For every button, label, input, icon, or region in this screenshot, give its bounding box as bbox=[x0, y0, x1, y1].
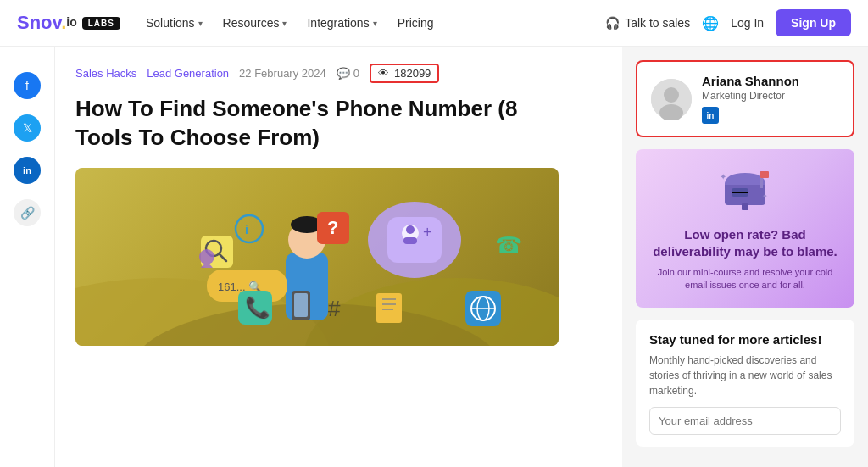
signup-button[interactable]: Sign Up bbox=[776, 9, 851, 36]
labs-badge: LABS bbox=[82, 17, 120, 30]
svg-text:✦: ✦ bbox=[720, 172, 726, 181]
ad-title: Low open rate? Bad deliverability may be… bbox=[649, 226, 841, 259]
svg-text:#: # bbox=[328, 296, 341, 321]
author-card: Ariana Shannon Marketing Director in bbox=[636, 60, 854, 137]
chevron-down-icon: ▾ bbox=[282, 19, 287, 28]
right-sidebar: Ariana Shannon Marketing Director in bbox=[622, 47, 868, 467]
twitter-share-button[interactable]: 𝕏 bbox=[14, 114, 41, 142]
facebook-share-button[interactable]: f bbox=[14, 72, 41, 99]
chevron-down-icon: ▾ bbox=[373, 19, 377, 28]
views-count: 182099 bbox=[394, 67, 431, 80]
newsletter-description: Monthly hand-picked discoveries and stor… bbox=[649, 353, 841, 398]
svg-rect-43 bbox=[732, 192, 748, 193]
newsletter-title: Stay tuned for more articles! bbox=[649, 331, 841, 348]
author-name: Ariana Shannon bbox=[702, 74, 839, 88]
linkedin-share-button[interactable]: in bbox=[14, 157, 41, 184]
nav-solutions[interactable]: Solutions ▾ bbox=[137, 11, 211, 35]
author-info: Ariana Shannon Marketing Director in bbox=[702, 74, 839, 124]
logo-text: Snov.io bbox=[17, 12, 77, 34]
svg-rect-12 bbox=[403, 237, 417, 244]
logo[interactable]: Snov.io LABS bbox=[17, 12, 120, 34]
linkedin-icon[interactable]: in bbox=[702, 107, 719, 124]
svg-text:?: ? bbox=[327, 217, 338, 238]
nav-resources[interactable]: Resources ▾ bbox=[214, 11, 296, 35]
eye-icon: 👁 bbox=[378, 67, 389, 80]
nav-links: Solutions ▾ Resources ▾ Integrations ▾ P… bbox=[137, 11, 442, 35]
globe-icon[interactable]: 🌐 bbox=[702, 15, 719, 31]
ad-banner[interactable]: ✦ ✦ Low open rate? Bad deliverability ma… bbox=[636, 149, 854, 308]
svg-text:i: i bbox=[245, 223, 248, 236]
svg-point-21 bbox=[236, 215, 263, 242]
author-role: Marketing Director bbox=[702, 90, 839, 102]
avatar bbox=[651, 79, 692, 120]
comments-count: 💬 0 bbox=[337, 67, 359, 80]
navbar: Snov.io LABS Solutions ▾ Resources ▾ Int… bbox=[0, 0, 868, 47]
tag-sales-hacks[interactable]: Sales Hacks bbox=[75, 67, 136, 80]
page-body: f 𝕏 in 🔗 Sales Hacks Lead Generation 22 … bbox=[0, 47, 868, 467]
login-button[interactable]: Log In bbox=[731, 16, 764, 30]
views-box: 👁 182099 bbox=[370, 64, 439, 83]
svg-rect-44 bbox=[742, 203, 748, 210]
mailbox-icon: ✦ ✦ bbox=[649, 164, 841, 220]
copy-link-button[interactable]: 🔗 bbox=[14, 199, 41, 226]
article-hero-image: + 161... 🔍 ? i 📞 bbox=[75, 168, 559, 346]
svg-rect-7 bbox=[294, 293, 308, 317]
article-meta: Sales Hacks Lead Generation 22 February … bbox=[75, 64, 602, 83]
talk-sales-link[interactable]: 🎧 Talk to sales bbox=[605, 16, 690, 30]
svg-text:📞: 📞 bbox=[245, 295, 270, 320]
svg-point-11 bbox=[406, 225, 415, 234]
social-sidebar: f 𝕏 in 🔗 bbox=[0, 47, 55, 467]
newsletter-card: Stay tuned for more articles! Monthly ha… bbox=[636, 320, 854, 448]
svg-text:☎: ☎ bbox=[495, 232, 522, 258]
email-input[interactable] bbox=[649, 407, 841, 435]
comment-icon: 💬 bbox=[337, 67, 350, 80]
svg-text:+: + bbox=[423, 224, 432, 241]
nav-integrations[interactable]: Integrations ▾ bbox=[298, 11, 385, 35]
svg-rect-41 bbox=[760, 171, 769, 178]
svg-text:✦: ✦ bbox=[762, 192, 768, 200]
svg-point-37 bbox=[664, 87, 679, 103]
article-date: 22 February 2024 bbox=[239, 67, 326, 80]
article-title: How To Find Someone's Phone Number (8 To… bbox=[75, 95, 567, 153]
ad-description: Join our mini-course and resolve your co… bbox=[649, 266, 841, 292]
headphone-icon: 🎧 bbox=[605, 16, 620, 30]
svg-point-23 bbox=[199, 249, 214, 264]
main-content: Sales Hacks Lead Generation 22 February … bbox=[55, 47, 622, 467]
chevron-down-icon: ▾ bbox=[198, 19, 203, 28]
svg-rect-32 bbox=[376, 293, 402, 323]
nav-pricing[interactable]: Pricing bbox=[389, 11, 442, 35]
nav-right: 🎧 Talk to sales 🌐 Log In Sign Up bbox=[605, 9, 851, 36]
tag-lead-generation[interactable]: Lead Generation bbox=[147, 67, 229, 80]
